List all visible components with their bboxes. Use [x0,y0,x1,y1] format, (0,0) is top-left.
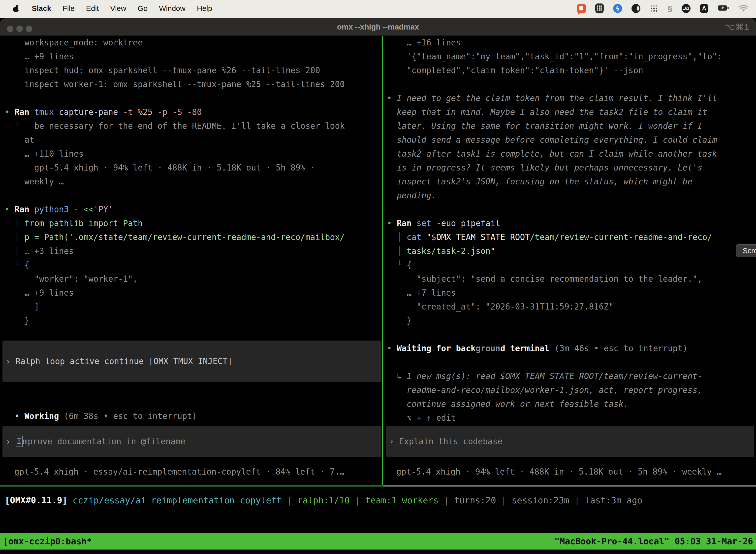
text-segment: ⌥ + ↑ edit [387,413,456,423]
right-pane-status-line: gpt-5.4 xhigh · 94% left · 488K in · 5.1… [396,465,721,479]
text-segment: { [406,260,412,270]
text-segment: "created_at": "2026-03-31T11:59:27.816Z" [387,302,614,312]
terminal-line: } [5,314,345,328]
text-segment: "worker": "worker-1", [5,274,138,284]
text-segment: I need to get the claim token from the c… [397,93,717,103]
menu-left: Slack File Edit View Go Window Help [13,4,212,13]
left-prompt-input[interactable]: › Improve documentation in @filename [2,426,381,457]
text-segment: readme-and-reco/mailbox/worker-1.json, a… [387,385,702,395]
text-segment: Ran [15,205,34,214]
text-segment: " [426,232,431,242]
text-segment: │ [5,218,24,228]
text-segment: '{"team_name":"my-team","task_id":"1","f… [387,52,722,61]
text-segment: … +16 lines [387,38,461,47]
text-segment: python3 [34,205,74,214]
text-segment [67,495,73,505]
chevron-icon: › [6,437,16,446]
left-pane-bottom-border [0,486,382,487]
text-segment: • [387,218,397,228]
terminal-line: └ { [387,258,722,272]
terminal-line: is in progress? It seems likely but perh… [387,161,722,175]
terminal-line [387,77,722,91]
text-segment: | [439,495,454,505]
wifi-icon[interactable] [739,4,749,13]
menu-item-edit[interactable]: Edit [86,4,99,13]
text-segment: -euo pipefail [436,218,500,228]
battery-icon[interactable] [718,5,729,12]
bolt-circle-icon[interactable]: ϟ [613,4,622,13]
terminal-line: "created_at": "2026-03-31T11:59:27.816Z" [387,300,722,314]
menu-item-view[interactable]: View [110,4,126,13]
working-detail: (6m 38s • esc to interrupt) [59,411,197,421]
terminal-line: … +7 lines [387,286,722,300]
menu-item-go[interactable]: Go [138,4,147,13]
window-shortcut-hint: ⌥⌘1 [725,18,750,36]
text-segment: later. Using the same for transition mig… [387,121,702,131]
text-segment: │ [387,246,406,256]
prompt-placeholder: Explain this codebase [399,437,503,446]
left-pane-scrollback: workspace_mode: worktree … +9 lines insp… [5,36,345,328]
menu-item-help[interactable]: Help [197,4,212,13]
terminal-line [5,189,345,203]
terminal-line: • Waiting for background terminal (3m 46… [387,341,722,355]
apple-icon[interactable] [13,5,19,12]
text-segment: groun [476,343,500,353]
terminal-line: • Ran set -euo pipefail [387,216,722,230]
crescent-circle-icon[interactable] [631,4,640,13]
chevron-icon: › [6,356,16,366]
terminal-line: ↳ 1 new msg(s): read $OMX_TEAM_STATE_ROO… [387,369,722,383]
pane-divider[interactable] [382,36,383,486]
text-segment: • [387,343,397,353]
text-segment: last:3m ago [585,495,642,505]
text-segment: "completed","claim_token":"claim-token"}… [387,65,643,75]
text-segment: -80 [187,107,202,117]
left-notice-box[interactable]: › Ralph loop active continue [OMX_TMUX_I… [2,340,381,382]
text-segment: team:1 workers [365,495,439,505]
menu-item-window[interactable]: Window [159,4,186,13]
chevron-icon: › [389,437,399,446]
left-pane-status-line: gpt-5.4 xhigh · essay/ai-reimplementatio… [14,465,344,479]
text-segment: (3m 46s • esc to interrupt) [550,343,688,353]
terminal-line: weekly … [5,175,345,189]
text-segment: "subject": "send a concise recommendatio… [387,274,702,284]
text-segment: | [350,495,365,505]
menu-app-name[interactable]: Slack [32,4,51,13]
screenshot-tooltip[interactable]: Scre [736,244,756,257]
text-segment: tmux [34,107,59,117]
chat-app-icon[interactable] [577,4,586,13]
right-prompt-input[interactable]: › Explain this codebase [386,426,754,457]
dots-grid-icon[interactable] [650,4,658,13]
text-segment: inspect_hud: omx sparkshell --tmux-pane … [5,65,320,75]
text-segment: capture-pane [59,107,123,117]
text-segment: • [5,205,15,214]
text-segment: … +7 lines [387,288,456,297]
terminal-line: "subject": "send a concise recommendatio… [387,272,722,286]
text-segment: { [24,260,29,270]
text-segment: p = Path('.omx/state/team/review-current… [24,232,344,242]
text-segment: $ [431,232,436,242]
right-pane-bottom-border [383,486,756,487]
squiggle-icon[interactable]: § [668,4,672,13]
text-segment: inspect task2's JSON, focusing on the st… [387,177,693,186]
terminal-line: pending. [387,189,722,203]
terminal-line: gpt-5.4 xhigh · 94% left · 488K in · 5.1… [5,161,345,175]
omx-status-bar: [OMX#0.11.9] cczip/essay/ai-reimplementa… [5,493,642,507]
terminal-line: keep that in mind. Maybe I also need the… [387,105,722,119]
a-square-icon[interactable]: A [700,4,708,13]
terminal-line: task2 after task1 is complete, but can I… [387,147,722,161]
menu-item-file[interactable]: File [63,4,74,13]
shield-grid-icon[interactable] [595,3,604,13]
text-segment: is in progress? It seems likely but perh… [387,163,702,172]
text-segment: % [138,107,143,117]
terminal-line: inspect_worker-1: omx sparkshell --tmux-… [5,77,345,91]
text-segment: d terminal [500,343,550,353]
text-segment: be necessary for the end of the README. … [34,121,345,131]
terminal-line: "completed","claim_token":"claim-token"}… [387,63,722,77]
terminal-line: at [5,133,345,147]
text-segment: │ [5,246,24,256]
status-icons: ϟ § ..61 A [577,3,749,13]
terminal-line [5,91,345,105]
terminal-line: ] [5,300,345,314]
badge-61-icon[interactable]: ..61 [682,4,691,13]
terminal-line: ⌥ + ↑ edit [387,411,722,425]
